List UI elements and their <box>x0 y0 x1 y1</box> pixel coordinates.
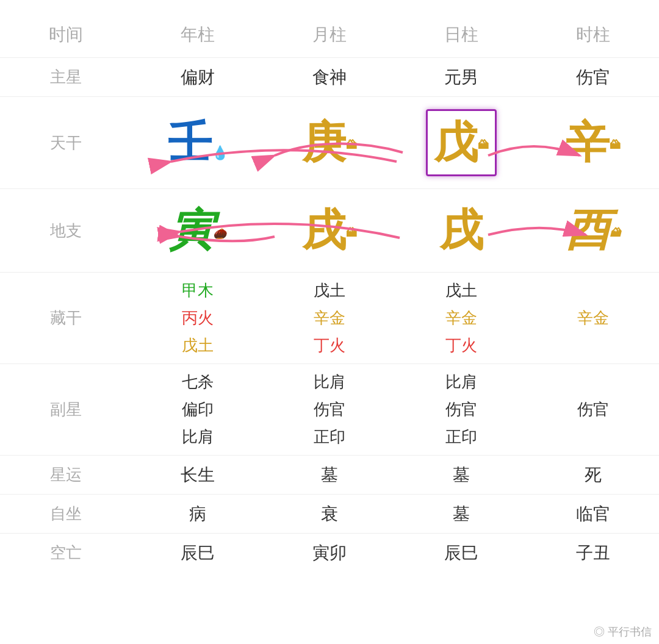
tiangan-col1: 壬💧 <box>132 97 264 189</box>
xingyun-label: 星运 <box>0 456 132 495</box>
zizuo-col4: 临官 <box>527 495 659 534</box>
dizhi-yin: 寅🌰 <box>169 206 226 254</box>
dizhi-col1: 寅🌰 <box>132 189 264 273</box>
zanggan-col2-stack: 戊土 辛金 丁火 <box>267 279 392 357</box>
zhuxing-col4: 伤官 <box>527 58 659 97</box>
zanggan-label: 藏干 <box>0 273 132 364</box>
tiangan-xin: 辛🏔 <box>566 118 621 166</box>
zanggan-col1-stack: 甲木 丙火 戊土 <box>135 279 261 357</box>
fuxing-col3: 比肩 伤官 正印 <box>395 364 527 456</box>
fuxing-row: 副星 七杀 偏印 比肩 比肩 伤官 正印 比肩 伤官 正印 <box>0 364 659 456</box>
zanggan-col3: 戊土 辛金 丁火 <box>395 273 527 364</box>
zhuxing-col1: 偏财 <box>132 58 264 97</box>
xingyun-col1: 长生 <box>132 456 264 495</box>
xingyun-col4: 死 <box>527 456 659 495</box>
fuxing-col3-stack: 比肩 伤官 正印 <box>398 370 524 449</box>
kongwang-label: 空亡 <box>0 534 132 573</box>
fuxing-col2-stack: 比肩 伤官 正印 <box>267 370 392 449</box>
fuxing-col2: 比肩 伤官 正印 <box>264 364 395 456</box>
mountain-icon-xu1: 🏔 <box>346 227 357 239</box>
chestnut-icon: 🌰 <box>213 227 226 240</box>
tiangan-row: 天干 壬💧 庚🏔 戊🏔 辛🏔 <box>0 97 659 189</box>
fuxing-col4: 伤官 <box>527 364 659 456</box>
zhuxing-col2: 食神 <box>264 58 395 97</box>
mountain-icon-you: 🏔 <box>610 227 621 239</box>
xingyun-col3: 墓 <box>395 456 527 495</box>
dizhi-xu2: 戌 <box>439 206 483 254</box>
fuxing-col1: 七杀 偏印 比肩 <box>132 364 264 456</box>
fuxing-col1-stack: 七杀 偏印 比肩 <box>135 370 261 449</box>
zanggan-col2: 戊土 辛金 丁火 <box>264 273 395 364</box>
tiangan-geng: 庚🏔 <box>302 118 357 166</box>
header-row: 时间 年柱 月柱 日柱 时柱 <box>0 12 659 58</box>
zanggan-col3-stack: 戊土 辛金 丁火 <box>398 279 524 357</box>
zhuxing-row: 主星 偏财 食神 元男 伤官 <box>0 58 659 97</box>
tiangan-col3: 戊🏔 <box>395 97 527 189</box>
dizhi-col2: 戌🏔 <box>264 189 395 273</box>
xingyun-col2: 墓 <box>264 456 395 495</box>
tiangan-col4: 辛🏔 <box>527 97 659 189</box>
tiangan-col2: 庚🏔 <box>264 97 395 189</box>
kongwang-col4: 子丑 <box>527 534 659 573</box>
dizhi-row: 地支 寅🌰 戌🏔 戌 酉🏔 <box>0 189 659 273</box>
header-shijian: 时间 <box>0 12 132 58</box>
kongwang-col1: 辰巳 <box>132 534 264 573</box>
zizuo-row: 自坐 病 衰 墓 临官 <box>0 495 659 534</box>
mountain-icon-xin: 🏔 <box>610 139 621 151</box>
fuxing-label: 副星 <box>0 364 132 456</box>
zizuo-label: 自坐 <box>0 495 132 534</box>
tiangan-wu: 戊🏔 <box>434 118 489 166</box>
watermark: ◎ 平行书信 <box>594 624 652 639</box>
dizhi-you: 酉🏔 <box>566 206 621 254</box>
dizhi-xu1: 戌🏔 <box>302 206 357 254</box>
zanggan-col1: 甲木 丙火 戊土 <box>132 273 264 364</box>
mountain-icon-geng: 🏔 <box>346 139 357 151</box>
zanggan-row: 藏干 甲木 丙火 戊土 戊土 辛金 丁火 戊土 辛金 丁火 <box>0 273 659 364</box>
dizhi-col3: 戌 <box>395 189 527 273</box>
dizhi-col4: 酉🏔 <box>527 189 659 273</box>
zizuo-col2: 衰 <box>264 495 395 534</box>
zhuxing-label: 主星 <box>0 58 132 97</box>
tiangan-wu-highlight: 戊🏔 <box>426 109 497 176</box>
tiangan-label: 天干 <box>0 97 132 189</box>
fuxing-col4-stack: 伤官 <box>530 398 656 421</box>
dizhi-label: 地支 <box>0 189 132 273</box>
zizuo-col3: 墓 <box>395 495 527 534</box>
tiangan-wang: 壬💧 <box>168 118 228 166</box>
zanggan-col4: 辛金 <box>527 273 659 364</box>
mountain-icon-wu: 🏔 <box>478 139 489 151</box>
header-yuezhu: 月柱 <box>264 12 395 58</box>
zizuo-col1: 病 <box>132 495 264 534</box>
header-nianzhu: 年柱 <box>132 12 264 58</box>
zhuxing-col3: 元男 <box>395 58 527 97</box>
kongwang-col2: 寅卯 <box>264 534 395 573</box>
kongwang-col3: 辰巳 <box>395 534 527 573</box>
xingyun-row: 星运 长生 墓 墓 死 <box>0 456 659 495</box>
header-rizhu: 日柱 <box>395 12 527 58</box>
kongwang-row: 空亡 辰巳 寅卯 辰巳 子丑 <box>0 534 659 573</box>
header-shizhu: 时柱 <box>527 12 659 58</box>
water-drop-icon: 💧 <box>212 145 228 160</box>
zanggan-col4-stack: 辛金 <box>530 306 656 330</box>
